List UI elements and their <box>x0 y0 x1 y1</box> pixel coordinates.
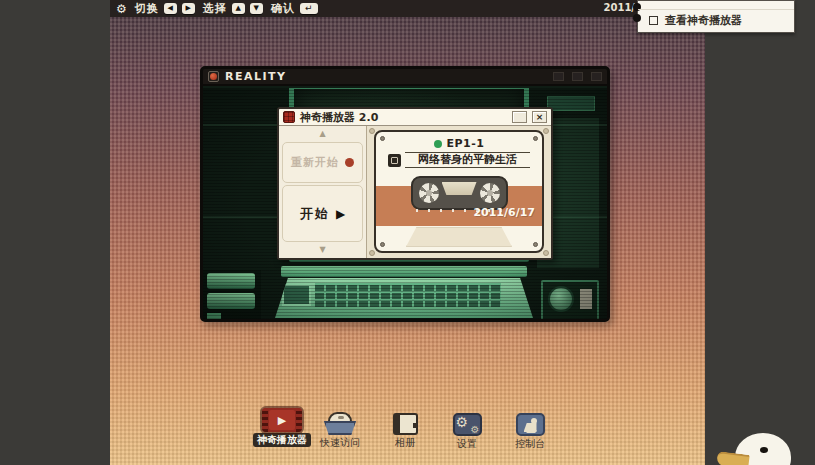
tape-drive <box>541 280 599 319</box>
reel-right-icon <box>480 183 500 203</box>
tape-window <box>411 176 508 210</box>
start-label: 开始 <box>300 205 330 223</box>
switch-label: 切换 <box>135 1 159 16</box>
icon-label: 设置 <box>457 438 477 450</box>
hud-top-bar: ⚙ 切换 ◀ ▶ 选择 ▲ ▼ 确认 ↵ 2011/ <box>110 0 705 17</box>
reality-title: REALITY <box>225 70 287 83</box>
icon-label: 快速访问 <box>320 437 360 449</box>
console-icon <box>516 413 545 436</box>
magic-player-window: 神奇播放器 2.0 × ▲ 重新开始 开始 ▶ ▼ <box>277 107 553 260</box>
menu-item-view-player[interactable]: 查看神奇播放器 <box>649 13 742 28</box>
game-screen: ⚙ 切换 ◀ ▶ 选择 ▲ ▼ 确认 ↵ 2011/ 查看神奇播放器 REALI… <box>0 0 815 465</box>
scroll-down-button[interactable]: ▼ <box>282 244 363 256</box>
restart-label: 重新开始 <box>291 155 339 170</box>
record-dot-icon <box>345 158 354 167</box>
monitor-base <box>281 266 527 277</box>
icon-label: 控制台 <box>515 438 545 450</box>
menu-item-label: 查看神奇播放器 <box>665 13 742 28</box>
prev-key-icon[interactable]: ◀ <box>164 3 177 14</box>
cassette-bottom-plate <box>406 227 512 247</box>
checkbox-icon[interactable] <box>649 16 658 25</box>
artist-icon <box>388 154 401 167</box>
song-row: 网络替身的平静生活 <box>388 152 530 168</box>
menu-divider <box>638 9 794 10</box>
cassette: EP1-1 网络替身的平静生活 2011/6/17 <box>374 130 544 253</box>
enter-key-icon[interactable]: ↵ <box>300 3 318 14</box>
up-key-icon[interactable]: ▲ <box>232 3 245 14</box>
drive-reel-icon <box>548 286 574 312</box>
desktop-icon-console[interactable]: 控制台 <box>490 413 570 450</box>
song-title: 网络替身的平静生活 <box>405 152 530 168</box>
book-icon <box>393 413 418 435</box>
confirm-label: 确认 <box>271 1 295 16</box>
hud-date: 2011/ <box>604 2 635 13</box>
close-button[interactable]: × <box>532 111 547 123</box>
keyboard <box>275 278 533 318</box>
key-rows <box>315 283 501 307</box>
menu-pin-icon <box>633 14 641 22</box>
player-title: 神奇播放器 2.0 <box>300 110 507 125</box>
film-play-icon: ▶ <box>262 408 302 432</box>
scroll-up-button[interactable]: ▲ <box>282 128 363 140</box>
restart-button[interactable]: 重新开始 <box>282 142 363 183</box>
minimize-button[interactable] <box>512 111 527 123</box>
episode-row: EP1-1 <box>376 137 542 150</box>
record-icon <box>208 71 219 82</box>
start-button[interactable]: 开始 ▶ <box>282 185 363 242</box>
cassette-panel: EP1-1 网络替身的平静生活 2011/6/17 <box>367 126 551 258</box>
context-menu: 查看神奇播放器 <box>637 0 795 33</box>
next-key-icon[interactable]: ▶ <box>182 3 195 14</box>
gear-icon[interactable]: ⚙ <box>116 3 127 15</box>
drive-slot <box>580 289 592 309</box>
tape-view-slot <box>442 182 477 195</box>
episode-dot-icon <box>434 140 442 148</box>
down-key-icon[interactable]: ▼ <box>250 3 263 14</box>
basket-icon <box>324 412 356 435</box>
window-button[interactable] <box>591 72 602 81</box>
touchpad <box>282 284 311 306</box>
cassette-date: 2011/6/17 <box>473 206 535 219</box>
letterbox-right <box>705 0 815 465</box>
icon-label: 相册 <box>395 437 415 449</box>
window-button[interactable] <box>553 72 564 81</box>
reel-left-icon <box>419 183 439 203</box>
gears-icon: ⚙⚙ <box>453 413 482 436</box>
episode-label: EP1-1 <box>447 137 485 150</box>
letterbox-left <box>0 0 110 465</box>
select-label: 选择 <box>203 1 227 16</box>
speaker <box>203 270 261 319</box>
player-app-icon <box>283 111 295 123</box>
shelf-item <box>547 96 595 111</box>
window-button[interactable] <box>572 72 583 81</box>
player-titlebar[interactable]: 神奇播放器 2.0 × <box>279 109 551 126</box>
play-icon: ▶ <box>336 208 345 220</box>
reality-titlebar[interactable]: REALITY <box>203 69 607 86</box>
player-menu-panel: ▲ 重新开始 开始 ▶ ▼ <box>279 126 367 258</box>
